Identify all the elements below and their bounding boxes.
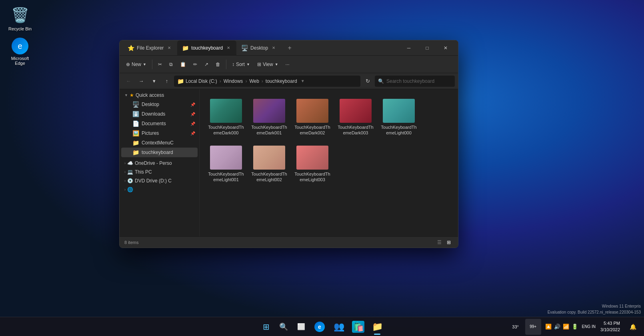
taskbar-store[interactable]: 🛍️ [349,318,367,336]
close-button[interactable]: ✕ [436,42,455,54]
recent-button[interactable]: ▾ [148,76,160,87]
file-item-dark000[interactable]: TouchKeyboardThemeDark000 [206,96,246,139]
tab-file-explorer-close[interactable]: ✕ [166,45,172,51]
context-menu-sidebar-icon: 📁 [132,140,139,146]
desktop-sidebar-label: Desktop [142,102,159,107]
notification-badge[interactable]: 99+ [525,319,541,335]
view-chevron: ▼ [275,62,278,66]
sidebar-item-desktop[interactable]: 🖥️ Desktop 📌 [121,100,198,109]
search-icon: 🔍 [378,78,384,84]
sort-button[interactable]: ↕ Sort ▼ [229,58,253,71]
file-thumbnail-light001 [210,146,242,170]
refresh-button[interactable]: ↻ [362,76,373,87]
file-label-light003: TouchKeyboardThemeLight003 [294,171,331,183]
sidebar-item-pictures[interactable]: 🖼️ Pictures 📌 [121,128,198,138]
tab-touchkeyboard-icon: 📁 [182,45,189,51]
edge-icon: e [12,38,28,54]
file-item-light002[interactable]: TouchKeyboardThemeLight002 [249,142,289,186]
recycle-bin-icon: 🗑️ [10,6,30,25]
sidebar-item-context-menu[interactable]: 📁 ContextMenuC [121,138,198,148]
paste-button[interactable]: 📋 [177,58,189,71]
tab-touchkeyboard-close[interactable]: ✕ [225,45,232,51]
network-header[interactable]: › 🌐 [121,185,198,194]
taskbar-teams[interactable]: 👥 [330,318,348,336]
taskbar-explorer[interactable]: 📁 [368,318,386,336]
path-dropdown-chevron[interactable]: ▼ [299,76,307,87]
file-item-light003[interactable]: TouchKeyboardThemeLight003 [292,142,332,186]
share-button[interactable]: ↗ [201,58,212,71]
edge-label: Microsoft Edge [6,56,34,66]
file-label-light000: TouchKeyboardThemeLight000 [380,124,417,136]
file-item-dark002[interactable]: TouchKeyboardThemeDark002 [292,96,332,139]
desktop-icon-edge[interactable]: e Microsoft Edge [4,36,36,67]
temp-badge[interactable]: 33° [508,319,524,335]
downloads-pin-icon: 📌 [190,112,195,116]
up-button[interactable]: ↑ [161,76,172,87]
content-area: TouchKeyboardThemeDark000TouchKeyboardTh… [200,89,458,236]
this-pc-icon: 💻 [127,169,133,175]
network-chevron: › [124,188,126,192]
tab-file-explorer[interactable]: ⭐ File Explorer ✕ [123,40,177,55]
copy-button[interactable]: ⧉ [166,58,176,71]
new-button[interactable]: ⊕ New ▼ [123,58,150,71]
address-path[interactable]: 📁 Local Disk (C:) › Windows › Web › touc… [174,76,360,87]
more-button[interactable]: ··· [282,58,293,71]
cut-button[interactable]: ✂ [155,58,165,71]
tab-desktop[interactable]: 🖥️ Desktop ✕ [236,40,282,55]
search-input[interactable] [386,78,452,84]
sidebar-item-downloads[interactable]: ⬇️ Downloads 📌 [121,109,198,119]
start-button[interactable]: ⊞ [258,319,274,335]
main-area: ▼ ★ Quick access 🖥️ Desktop 📌 ⬇️ Downloa… [120,89,458,236]
search-box[interactable]: 🔍 [375,76,455,87]
sys-icons[interactable]: 🔼 🔊 📶 🔋 [543,324,580,330]
file-item-light001[interactable]: TouchKeyboardThemeLight001 [206,142,246,186]
sidebar-item-touchkeyboard[interactable]: 📁 touchkeyboard [121,148,198,157]
item-count: 8 items [124,240,138,245]
new-tab-button[interactable]: + [283,42,296,54]
language-indicator[interactable]: ENG IN [582,324,596,329]
desktop-icon-recycle-bin[interactable]: 🗑️ Recycle Bin [4,4,36,33]
view-button[interactable]: ⊞ View ▼ [254,58,282,71]
dvd-header[interactable]: › 💿 DVD Drive (D:) C [121,176,198,185]
file-label-dark001: TouchKeyboardThemeDark001 [251,124,288,136]
tab-desktop-close[interactable]: ✕ [270,45,277,51]
file-label-dark003: TouchKeyboardThemeDark003 [337,124,374,136]
taskbar-edge[interactable]: e [311,318,328,336]
this-pc-label: This PC [135,169,152,175]
sort-chevron: ▼ [246,62,250,66]
explorer-icon: 📁 [372,322,383,332]
this-pc-header[interactable]: › 💻 This PC [121,168,198,176]
taskbar-clock[interactable]: 5:43 PM 3/10/2022 [597,320,623,333]
delete-button[interactable]: 🗑 [212,58,224,71]
file-item-light000[interactable]: TouchKeyboardThemeLight000 [379,96,419,139]
documents-sidebar-label: Documents [142,121,166,126]
grid-view-button[interactable]: ⊞ [444,238,453,247]
onedrive-header[interactable]: › ☁️ OneDrive - Perso [121,159,198,168]
view-icon: ⊞ [257,62,261,67]
task-view-button[interactable]: ⬜ [293,319,309,335]
tab-file-explorer-label: File Explorer [137,45,164,51]
list-view-button[interactable]: ☰ [435,238,444,247]
toolbar: ⊕ New ▼ ✂ ⧉ 📋 ✏ ↗ 🗑 ↕ Sort ▼ ⊞ [120,56,458,73]
path-sep-3: › [262,78,263,84]
quick-access-header[interactable]: ▼ ★ Quick access [121,91,198,100]
file-thumbnail-dark002 [296,99,328,123]
network-icon: 🌐 [127,187,133,192]
sidebar-item-documents[interactable]: 📄 Documents 📌 [121,119,198,128]
recycle-bin-label: Recycle Bin [8,26,32,31]
file-thumbnail-light002 [253,146,285,170]
path-part-0: Local Disk (C:) [186,78,217,84]
back-button[interactable]: ← [123,76,134,87]
onedrive-chevron: › [124,161,126,165]
forward-button[interactable]: → [136,76,147,87]
rename-button[interactable]: ✏ [190,58,200,71]
file-item-dark003[interactable]: TouchKeyboardThemeDark003 [336,96,376,139]
rename-icon: ✏ [193,62,197,67]
tab-touchkeyboard[interactable]: 📁 touchkeyboard ✕ [177,40,236,55]
minimize-button[interactable]: ─ [400,42,418,54]
file-label-dark002: TouchKeyboardThemeDark002 [294,124,331,136]
search-button[interactable]: 🔍 [276,319,292,335]
file-item-dark001[interactable]: TouchKeyboardThemeDark001 [249,96,289,139]
maximize-button[interactable]: □ [418,42,436,54]
notification-center-button[interactable]: 🔔 [625,319,641,335]
